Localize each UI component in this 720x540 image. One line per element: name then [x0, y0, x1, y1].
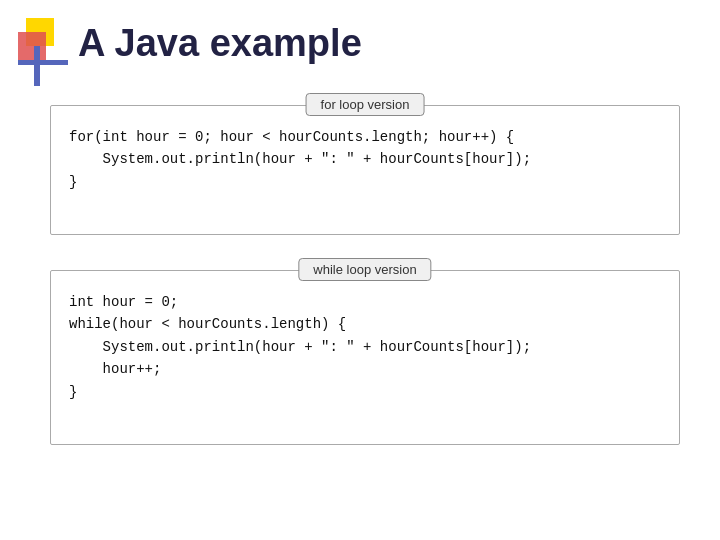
while-loop-box: while loop version int hour = 0; while(h… — [50, 270, 680, 445]
deco-red-square — [18, 32, 46, 60]
for-loop-code: for(int hour = 0; hour < hourCounts.leng… — [69, 126, 531, 193]
decorative-squares — [18, 18, 68, 78]
while-loop-badge: while loop version — [298, 258, 431, 281]
deco-blue-bar — [34, 46, 40, 86]
slide: A Java example for loop version for(int … — [0, 0, 720, 540]
for-loop-box: for loop version for(int hour = 0; hour … — [50, 105, 680, 235]
while-loop-code: int hour = 0; while(hour < hourCounts.le… — [69, 291, 531, 403]
deco-blue-line — [18, 60, 68, 65]
page-title: A Java example — [78, 22, 362, 65]
for-loop-badge: for loop version — [306, 93, 425, 116]
